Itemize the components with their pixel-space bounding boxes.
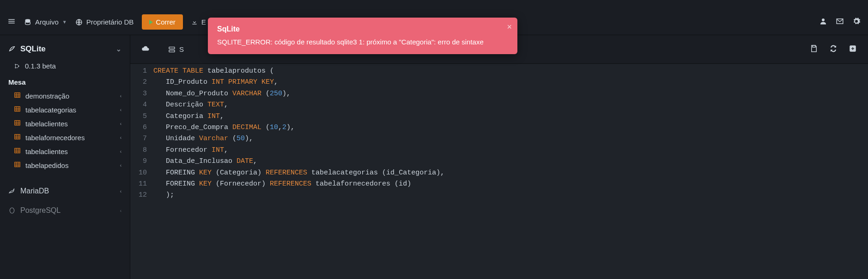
chevron-left-icon: ‹ [120,121,121,126]
db-sqlite-label: SQLite [20,44,46,54]
sidebar-table-item[interactable]: tabelaclientes ‹ [0,117,130,130]
svg-rect-9 [15,135,20,139]
main-layout: SQLite ⌄ 0.1.3 beta Mesa demonstração ‹ … [0,35,868,279]
error-toast: × SqLite SQLITE_ERROR: código de resulta… [208,18,517,54]
code-line[interactable]: Descrição TEXT, [153,99,868,111]
tree-icon [14,63,20,69]
sidebar-table-item[interactable]: demonstração ‹ [0,89,130,103]
sidebar-table-item[interactable]: tabelafornecedores ‹ [0,130,130,144]
sidebar-table-item[interactable]: tabelaclientes ‹ [0,144,130,158]
toast-title: SqLite [217,25,499,33]
run-label: Correr [156,18,176,26]
menu-icon[interactable] [7,17,16,27]
code-line[interactable]: Fornecedor INT, [153,145,868,156]
toast-close-icon[interactable]: × [507,22,512,32]
svg-rect-14 [169,50,175,52]
sidebar: SQLite ⌄ 0.1.3 beta Mesa demonstração ‹ … [0,35,130,279]
table-name: tabelafornecedores [25,134,85,142]
code-line[interactable]: CREATE TABLE tabelaprodutos ( [153,66,868,77]
code-body[interactable]: CREATE TABLE tabelaprodutos ( ID_Produto… [153,66,868,279]
chevron-left-icon: ‹ [120,135,121,140]
play-icon [149,20,153,25]
toolbar-left: S [141,44,184,55]
table-name: tabelaclientes [25,120,68,128]
refresh-icon[interactable] [829,44,838,55]
sidebar-table-item[interactable]: tabelapedidos ‹ [0,158,130,172]
svg-rect-10 [15,149,20,153]
server-icon [168,46,176,53]
table-icon [14,161,21,169]
table-name: demonstração [25,92,69,100]
archive-label: Arquivo [35,18,59,26]
table-icon [14,105,21,114]
postgres-label: PostgreSQL [20,206,61,215]
svg-point-12 [10,208,14,213]
svg-rect-8 [15,121,20,125]
line-gutter: 123456789101112 [130,66,153,279]
toolbar-tab-label: S [179,45,184,53]
table-name: tabelaclientes [25,148,68,155]
svg-rect-6 [15,93,20,98]
code-line[interactable]: Data_de_Inclusao DATE, [153,156,868,167]
svg-rect-13 [169,47,175,49]
svg-point-2 [822,19,825,21]
sidebar-db-mariadb[interactable]: MariaDB ‹ [0,181,130,201]
cloud-icon[interactable] [141,44,150,55]
chevron-left-icon: ‹ [120,107,121,112]
owner-db-label: Proprietário DB [86,18,134,26]
table-name: tabelacategorias [25,106,76,114]
code-line[interactable]: Unidade Varchar (50), [153,133,868,144]
svg-rect-7 [15,107,20,112]
chevron-left-icon: ‹ [120,208,121,213]
owner-db-link[interactable]: Proprietário DB [75,18,134,26]
run-button[interactable]: Correr [142,14,183,30]
code-line[interactable]: Preco_de_Compra DECIMAL (10,2), [153,122,868,133]
export-label: E [201,18,206,26]
mail-icon[interactable] [836,17,844,27]
table-icon [14,147,21,155]
nav-left: Arquivo ▼ Proprietário DB Correr E [7,14,206,30]
caret-down-icon: ▼ [62,19,67,25]
code-editor[interactable]: 123456789101112 CREATE TABLE tabelaprodu… [130,64,868,279]
mariadb-label: MariaDB [20,187,49,195]
chevron-left-icon: ‹ [120,189,121,194]
feather-icon [8,45,16,53]
chevron-left-icon: ‹ [120,149,121,154]
version-label: 0.1.3 beta [25,62,56,70]
sidebar-db-sqlite[interactable]: SQLite ⌄ [0,40,130,58]
sidebar-db-postgres[interactable]: PostgreSQL ‹ [0,201,130,220]
svg-rect-11 [15,162,20,167]
gear-icon[interactable] [852,17,861,27]
user-icon[interactable] [819,17,827,27]
code-line[interactable]: FOREING KEY (Categoria) REFERENCES tabel… [153,167,868,179]
chevron-left-icon: ‹ [120,93,121,99]
archive-menu[interactable]: Arquivo ▼ [24,18,67,26]
toolbar-tab[interactable]: S [168,45,184,53]
table-icon [14,92,21,100]
mariadb-icon [8,187,16,195]
chevron-down-icon: ⌄ [116,45,121,53]
svg-rect-15 [813,45,815,47]
table-icon [14,133,21,142]
svg-point-4 [15,67,16,68]
svg-point-3 [15,64,16,65]
code-line[interactable]: Nome_do_Produto VARCHAR (250), [153,88,868,99]
code-line[interactable]: ); [153,190,868,201]
code-line[interactable]: Categoria INT, [153,111,868,122]
add-icon[interactable] [849,44,857,55]
table-name: tabelapedidos [25,161,68,169]
sidebar-version[interactable]: 0.1.3 beta [0,58,130,74]
content-area: S 123456789101112 CREATE TABLE tabelapro… [130,35,868,279]
sidebar-section-mesa: Mesa [0,74,130,89]
export-button[interactable]: E [191,18,206,26]
sidebar-table-item[interactable]: tabelacategorias ‹ [0,103,130,117]
table-icon [14,119,21,128]
chevron-left-icon: ‹ [120,163,121,168]
toolbar-right [810,44,857,55]
code-line[interactable]: FOREING KEY (Fornecedor) REFERENCES tabe… [153,179,868,190]
postgres-icon [8,207,16,214]
nav-right [819,17,861,27]
toast-message: SQLITE_ERROR: código de resultado sqlite… [217,38,499,46]
code-line[interactable]: ID_Produto INT PRIMARY KEY, [153,77,868,88]
save-icon[interactable] [810,44,818,55]
